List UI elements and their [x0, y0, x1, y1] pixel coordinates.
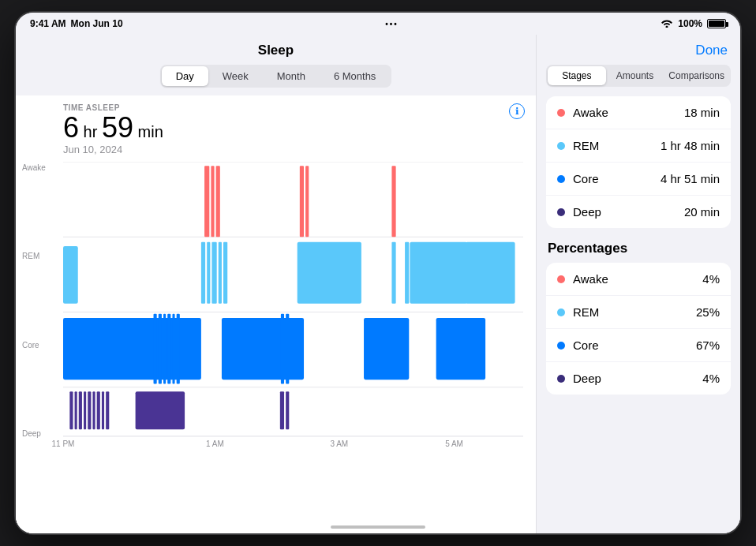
svg-rect-38 [88, 391, 91, 429]
percentages-list: Awake 4% REM 25% Core 67% Deep 4% [546, 263, 731, 395]
y-label-rem: REM [22, 252, 46, 260]
right-header: Done [537, 43, 740, 65]
pct-core-name: Core [573, 338, 696, 352]
svg-rect-42 [106, 391, 109, 429]
svg-rect-35 [75, 391, 77, 429]
sleep-hours: 6 [63, 111, 79, 144]
stage-core: Core 4 hr 51 min [546, 163, 731, 196]
view-tabs: Stages Amounts Comparisons [546, 65, 731, 87]
tab-6months[interactable]: 6 Months [320, 66, 390, 86]
svg-rect-29 [222, 318, 304, 380]
svg-rect-20 [410, 242, 467, 304]
time-axis: 11 PM 1 AM 3 AM 5 AM [63, 439, 523, 462]
svg-rect-36 [79, 391, 82, 429]
pct-core-value: 67% [696, 338, 720, 352]
left-header: Sleep Day Week Month 6 Months [16, 35, 536, 95]
page-title: Sleep [258, 43, 294, 58]
core-name: Core [573, 172, 661, 185]
status-bar: 9:41 AM Mon Jun 10 ••• 100% [16, 13, 740, 35]
y-label-deep: Deep [22, 429, 46, 439]
svg-rect-7 [216, 166, 220, 237]
sleep-chart: Awake REM Core Deep [63, 162, 523, 462]
pct-awake: Awake 4% [546, 263, 731, 296]
pct-core: Core 67% [546, 329, 731, 362]
svg-rect-5 [204, 166, 209, 237]
pct-rem-name: REM [573, 305, 696, 319]
svg-rect-45 [286, 391, 289, 429]
pct-rem-dot [557, 309, 565, 316]
pct-awake-name: Awake [573, 272, 702, 286]
time-label-5am: 5 AM [445, 439, 463, 448]
tab-amounts[interactable]: Amounts [606, 66, 664, 85]
svg-rect-33 [436, 318, 485, 380]
svg-rect-30 [281, 314, 284, 384]
svg-rect-25 [163, 314, 166, 384]
stage-deep: Deep 20 min [546, 196, 731, 228]
sleep-minutes: 59 [102, 111, 133, 144]
svg-rect-40 [97, 391, 100, 429]
tab-week[interactable]: Week [208, 66, 263, 86]
battery-icon [707, 19, 726, 28]
wifi-icon [661, 18, 673, 29]
svg-rect-44 [280, 391, 284, 429]
svg-rect-15 [219, 242, 222, 304]
y-label-awake: Awake [22, 162, 46, 172]
svg-rect-11 [63, 246, 78, 304]
pct-deep-name: Deep [573, 372, 702, 385]
pct-awake-value: 4% [702, 272, 720, 286]
rem-name: REM [573, 139, 661, 152]
svg-rect-22 [63, 318, 201, 380]
svg-rect-6 [211, 166, 214, 237]
battery-label: 100% [678, 18, 702, 29]
svg-rect-31 [286, 314, 289, 384]
svg-rect-37 [84, 391, 86, 429]
status-time: 9:41 AM [30, 18, 66, 29]
deep-dot [557, 208, 565, 216]
awake-dot [557, 109, 565, 117]
awake-value: 18 min [684, 106, 720, 119]
info-icon[interactable]: ℹ [509, 103, 525, 119]
tab-month[interactable]: Month [263, 66, 320, 86]
svg-rect-12 [201, 242, 205, 304]
pct-awake-dot [557, 275, 565, 283]
svg-rect-8 [300, 166, 304, 237]
tab-comparisons[interactable]: Comparisons [664, 66, 729, 85]
rem-dot [557, 142, 565, 150]
svg-rect-23 [154, 314, 157, 384]
tab-day[interactable]: Day [162, 66, 208, 86]
svg-rect-10 [391, 166, 395, 237]
percentages-title: Percentages [537, 237, 740, 263]
svg-rect-27 [172, 314, 174, 384]
pct-deep-dot [557, 375, 565, 383]
svg-rect-28 [177, 314, 180, 384]
tab-stages[interactable]: Stages [548, 66, 606, 85]
status-day: Mon Jun 10 [71, 18, 123, 29]
svg-rect-19 [405, 242, 409, 304]
pct-rem-value: 25% [696, 305, 720, 319]
svg-rect-32 [364, 318, 409, 380]
core-value: 4 hr 51 min [661, 172, 720, 185]
pct-rem: REM 25% [546, 296, 731, 329]
svg-rect-16 [223, 242, 227, 304]
deep-value: 20 min [684, 205, 720, 219]
rem-value: 1 hr 48 min [661, 139, 720, 152]
svg-rect-13 [207, 242, 210, 304]
svg-rect-41 [102, 391, 104, 429]
svg-rect-21 [466, 242, 515, 304]
svg-rect-43 [136, 391, 185, 429]
left-panel: Sleep Day Week Month 6 Months TIME ASLEE… [16, 35, 537, 533]
sleep-date: Jun 10, 2024 [63, 144, 523, 155]
right-panel: Done Stages Amounts Comparisons Awake 18… [537, 35, 740, 533]
status-dots: ••• [385, 20, 399, 28]
chart-svg [63, 162, 523, 462]
svg-rect-9 [305, 166, 309, 237]
chart-area: TIME ASLEEP 6 hr 59 min Jun 10, 2024 ℹ A… [16, 95, 536, 533]
y-label-core: Core [22, 341, 46, 350]
time-label-3am: 3 AM [330, 439, 348, 448]
core-dot [557, 175, 565, 183]
pct-deep: Deep 4% [546, 362, 731, 395]
time-label-11pm: 11 PM [52, 439, 75, 448]
pct-deep-value: 4% [702, 372, 720, 385]
done-button[interactable]: Done [695, 43, 728, 58]
home-indicator [331, 525, 425, 529]
